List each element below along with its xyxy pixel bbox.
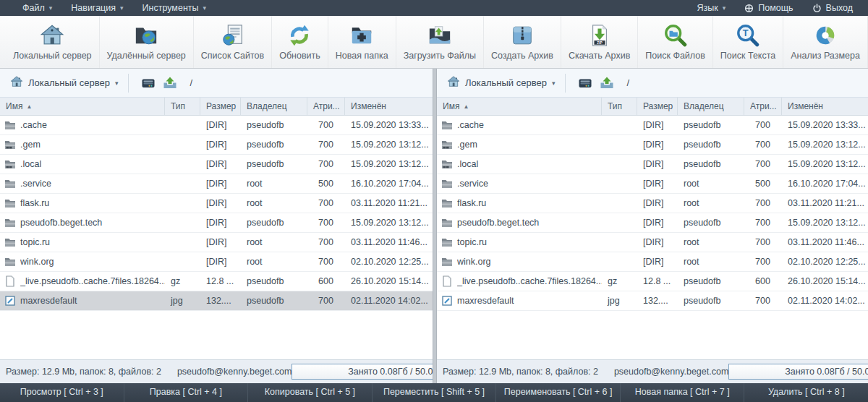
file-row[interactable]: maxresdefaultjpg132....pseudofb70002.11.… <box>437 291 868 311</box>
file-modified: 03.11.2020 11:21... <box>782 198 868 208</box>
server-select-dropdown[interactable]: Локальный сервер ▾ <box>7 74 121 93</box>
bottom-delete[interactable]: Удалить [ Ctrl + 8 ] <box>744 383 868 402</box>
disk-info-button[interactable] <box>137 73 159 93</box>
file-row[interactable]: .gem[DIR]pseudofb70015.09.2020 13:12... <box>0 135 433 155</box>
file-row[interactable]: .cache[DIR]pseudofb70015.09.2020 13:33..… <box>437 116 868 135</box>
menu-bar-left: Файл▾Навигация▾Инструменты▾ <box>13 0 216 16</box>
file-row[interactable]: .local[DIR]pseudofb70015.09.2020 13:12..… <box>437 155 868 174</box>
file-name: topic.ru <box>457 237 602 247</box>
column-header-size[interactable]: Размер <box>200 98 241 115</box>
menu-tools[interactable]: Инструменты▾ <box>133 0 216 16</box>
menu-item-label: Помощь <box>758 3 793 13</box>
file-row[interactable]: _live.pseudofb..cache.7files.18264...gz1… <box>437 272 868 291</box>
file-name: .gem <box>20 140 165 150</box>
toolbar-new-folder[interactable]: Новая папка <box>328 16 396 68</box>
bottom-new-folder[interactable]: Новая папка [ Ctrl + 7 ] <box>621 383 745 402</box>
up-directory-button[interactable] <box>596 73 618 93</box>
file-attributes: 700 <box>307 257 345 267</box>
current-path[interactable]: / <box>190 77 192 88</box>
column-header-owner[interactable]: Владелец <box>241 98 307 115</box>
file-row[interactable]: pseudofb.beget.tech[DIR]pseudofb70015.09… <box>0 213 433 233</box>
toolbar-search-text[interactable]: TПоиск Текста <box>713 16 783 68</box>
chevron-down-icon: ▾ <box>203 4 207 12</box>
column-header-attributes[interactable]: Атри... <box>744 98 782 115</box>
bottom-edit[interactable]: Правка [ Ctrl + 4 ] <box>124 383 249 402</box>
menu-file[interactable]: Файл▾ <box>13 0 61 16</box>
bottom-copy[interactable]: Копировать [ Ctrl + 5 ] <box>248 383 373 402</box>
file-row[interactable]: topic.ru[DIR]root70003.11.2020 11:46... <box>0 233 433 252</box>
disk-info-button[interactable] <box>574 73 596 93</box>
column-header-type[interactable]: Тип <box>165 98 200 115</box>
file-modified: 16.10.2020 17:04... <box>782 179 868 189</box>
divider <box>565 74 566 93</box>
file-owner: pseudofb <box>241 159 307 169</box>
toolbar-refresh[interactable]: Обновить <box>272 16 328 68</box>
file-row[interactable]: .cache[DIR]pseudofb70015.09.2020 13:33..… <box>0 116 433 135</box>
file-size: [DIR] <box>637 179 678 189</box>
chevron-down-icon: ▾ <box>723 4 726 12</box>
toolbar-download-archive[interactable]: ZIPСкачать Архив <box>561 16 638 68</box>
file-row[interactable]: .service[DIR]root50016.10.2020 17:04... <box>437 174 868 194</box>
file-modified: 16.10.2020 17:04... <box>345 179 433 189</box>
menu-exit[interactable]: Выход <box>803 0 862 16</box>
toolbar-upload-files[interactable]: Загрузить Файлы <box>396 16 484 68</box>
quota-indicator: Занято 0.08Гб / 50.00 <box>728 364 868 380</box>
column-header-type[interactable]: Тип <box>602 98 637 115</box>
toolbar-create-archive[interactable]: Создать Архив <box>484 16 561 68</box>
column-header-name[interactable]: Имя▲ <box>0 98 165 115</box>
bottom-view[interactable]: Просмотр [ Ctrl + 3 ] <box>0 383 124 402</box>
file-row[interactable]: pseudofb.beget.tech[DIR]pseudofb70015.09… <box>437 213 868 233</box>
file-table-header: Имя▲ТипРазмерВладелецАтри...Изменён <box>437 98 868 116</box>
bottom-move[interactable]: Переместить [ Shift + 5 ] <box>373 383 497 402</box>
server-select-label: Локальный сервер <box>28 77 110 88</box>
column-header-label: Атри... <box>313 101 340 111</box>
file-row[interactable]: wink.org[DIR]root70002.10.2020 12:25... <box>0 252 433 272</box>
column-header-label: Изменён <box>788 101 823 111</box>
toolbar-size-analysis[interactable]: Анализ Размера <box>783 16 868 68</box>
menu-item-label: Выход <box>826 3 853 13</box>
file-row[interactable]: topic.ru[DIR]root70003.11.2020 11:46... <box>437 233 868 252</box>
menu-navigation[interactable]: Навигация▾ <box>61 0 132 16</box>
server-select-dropdown[interactable]: Локальный сервер ▾ <box>444 74 558 93</box>
folder-icon <box>0 217 20 228</box>
file-type: jpg <box>165 296 200 306</box>
current-path[interactable]: / <box>626 77 629 88</box>
up-directory-button[interactable] <box>159 73 181 93</box>
file-modified: 15.09.2020 13:33... <box>782 120 868 130</box>
file-owner: pseudofb <box>678 120 744 130</box>
file-name: _live.pseudofb..cache.7files.18264... <box>457 276 602 286</box>
file-attributes: 700 <box>307 140 345 150</box>
column-header-label: Имя <box>443 101 459 111</box>
file-row[interactable]: .service[DIR]root50016.10.2020 17:04... <box>0 174 433 194</box>
file-row[interactable]: _live.pseudofb..cache.7files.18264...gz1… <box>0 272 433 291</box>
column-header-modified[interactable]: Изменён <box>345 98 433 115</box>
toolbar-site-list[interactable]: Список Сайтов <box>194 16 272 68</box>
divider <box>128 74 129 93</box>
bottom-rename[interactable]: Переименовать [ Ctrl + 6 ] <box>496 383 621 402</box>
column-header-modified[interactable]: Изменён <box>782 98 868 115</box>
size-analysis-icon <box>813 22 838 48</box>
file-panel-right: Локальный сервер ▾ / Имя▲ТипРазмерВладел… <box>437 69 868 383</box>
toolbar-remote-server[interactable]: Удалённый сервер <box>100 16 194 68</box>
toolbar-search-files[interactable]: Поиск Файлов <box>638 16 713 68</box>
column-header-size[interactable]: Размер <box>637 98 678 115</box>
file-row[interactable]: maxresdefaultjpg132....pseudofb70002.11.… <box>0 291 433 311</box>
file-row[interactable]: wink.org[DIR]root70002.10.2020 12:25... <box>437 252 868 272</box>
column-header-attributes[interactable]: Атри... <box>307 98 345 115</box>
column-header-owner[interactable]: Владелец <box>678 98 744 115</box>
column-header-label: Изменён <box>351 101 386 111</box>
home-icon <box>40 22 64 48</box>
toolbar-local-server[interactable]: Локальный сервер <box>6 16 100 68</box>
menu-help[interactable]: Помощь <box>735 0 802 16</box>
file-owner: root <box>678 237 744 247</box>
column-header-name[interactable]: Имя▲ <box>437 98 602 115</box>
file-row[interactable]: .gem[DIR]pseudofb70015.09.2020 13:12... <box>437 135 868 155</box>
file-owner: root <box>241 257 307 267</box>
menu-language[interactable]: Язык▾ <box>688 0 736 16</box>
file-row[interactable]: flask.ru[DIR]root70003.11.2020 11:21... <box>0 194 433 213</box>
file-row[interactable]: flask.ru[DIR]root70003.11.2020 11:21... <box>437 194 868 213</box>
new-folder-icon <box>349 22 374 48</box>
file-size: [DIR] <box>200 120 241 130</box>
file-name: maxresdefault <box>457 296 602 306</box>
file-row[interactable]: .local[DIR]pseudofb70015.09.2020 13:12..… <box>0 155 433 174</box>
